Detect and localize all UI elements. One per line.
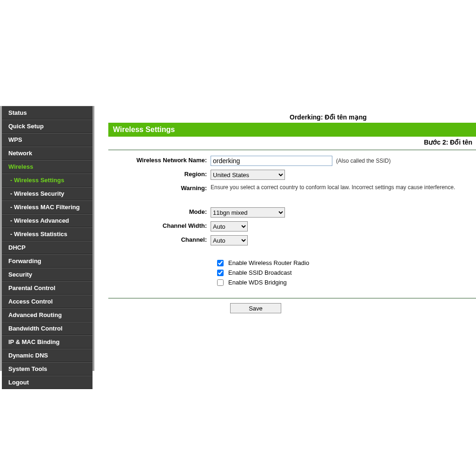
sidebar-item-system-tools[interactable]: System Tools xyxy=(2,362,93,376)
checkbox-wds-label: Enable WDS Bridging xyxy=(228,279,287,286)
label-channel: Channel: xyxy=(122,235,211,243)
sidebar-item-logout[interactable]: Logout xyxy=(2,376,93,389)
save-button[interactable]: Save xyxy=(230,303,281,313)
channel-width-select[interactable]: Auto xyxy=(211,221,248,231)
sidebar-nav: StatusQuick SetupWPSNetworkWireless- Wir… xyxy=(0,106,93,371)
ssid-hint: (Also called the SSID) xyxy=(336,158,390,164)
annotation-step2: Bước 2: Đổi tên xyxy=(108,139,476,146)
main-content: Orderking: Đổi tên mạng Wireless Setting… xyxy=(93,106,476,371)
checkbox-radio-label: Enable Wireless Router Radio xyxy=(228,259,309,266)
annotation-top: Orderking: Đổi tên mạng xyxy=(290,113,367,121)
sidebar-item-ip-mac-binding[interactable]: IP & MAC Binding xyxy=(2,335,93,349)
sidebar-item-wps[interactable]: WPS xyxy=(2,133,93,146)
sidebar-item-dhcp[interactable]: DHCP xyxy=(2,241,93,254)
label-warning: Warning: xyxy=(122,184,211,192)
checkbox-ssid-broadcast-label: Enable SSID Broadcast xyxy=(228,269,292,276)
label-ssid: Wireless Network Name: xyxy=(122,156,211,164)
checkbox-wds[interactable] xyxy=(217,279,224,286)
sidebar-item-wireless-advanced[interactable]: - Wireless Advanced xyxy=(2,214,93,227)
sidebar-item-dynamic-dns[interactable]: Dynamic DNS xyxy=(2,349,93,362)
mode-select[interactable]: 11bgn mixed xyxy=(211,207,285,218)
ssid-input[interactable] xyxy=(211,156,332,166)
label-mode: Mode: xyxy=(122,207,211,215)
region-select[interactable]: United States xyxy=(211,170,285,180)
wireless-form: Wireless Network Name: (Also called the … xyxy=(108,156,476,245)
label-channel-width: Channel Width: xyxy=(122,221,211,229)
sidebar-item-status[interactable]: Status xyxy=(2,106,93,119)
sidebar-item-wireless-security[interactable]: - Wireless Security xyxy=(2,187,93,200)
label-region: Region: xyxy=(122,170,211,178)
checkbox-group: Enable Wireless Router Radio Enable SSID… xyxy=(217,259,476,286)
sidebar-item-network[interactable]: Network xyxy=(2,146,93,160)
sidebar-item-wireless-mac-filtering[interactable]: - Wireless MAC Filtering xyxy=(2,200,93,214)
sidebar-item-advanced-routing[interactable]: Advanced Routing xyxy=(2,308,93,322)
sidebar-item-parental-control[interactable]: Parental Control xyxy=(2,281,93,295)
sidebar-item-access-control[interactable]: Access Control xyxy=(2,295,93,308)
sidebar-item-bandwidth-control[interactable]: Bandwidth Control xyxy=(2,322,93,335)
sidebar-item-wireless-settings[interactable]: - Wireless Settings xyxy=(2,173,93,187)
sidebar-item-quick-setup[interactable]: Quick Setup xyxy=(2,119,93,133)
sidebar-item-wireless-statistics[interactable]: - Wireless Statistics xyxy=(2,227,93,241)
divider-bottom xyxy=(108,298,476,298)
checkbox-radio[interactable] xyxy=(217,260,224,266)
checkbox-ssid-broadcast[interactable] xyxy=(217,270,224,276)
sidebar-item-security[interactable]: Security xyxy=(2,268,93,281)
channel-select[interactable]: Auto xyxy=(211,235,248,245)
sidebar-item-forwarding[interactable]: Forwarding xyxy=(2,254,93,268)
page-title: Wireless Settings xyxy=(108,123,476,137)
sidebar-item-wireless[interactable]: Wireless xyxy=(2,160,93,173)
warning-text: Ensure you select a correct country to c… xyxy=(211,184,455,191)
divider-top xyxy=(108,150,476,150)
